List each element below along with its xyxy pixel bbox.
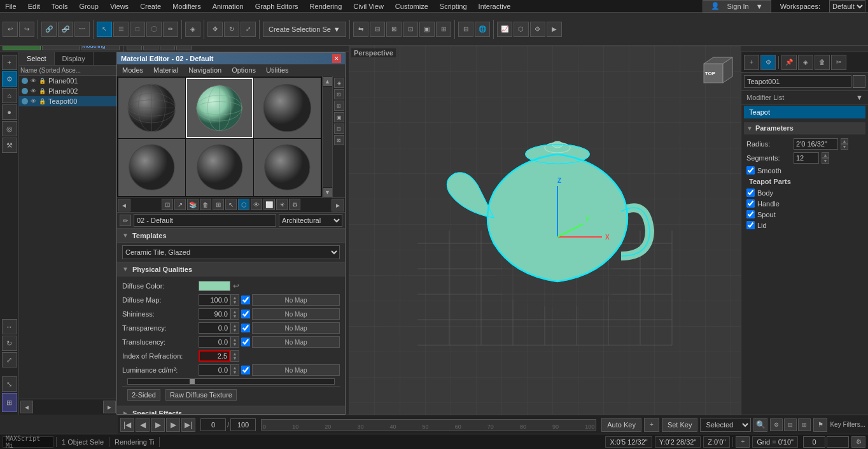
menu-tools[interactable]: Tools	[49, 3, 71, 10]
transparency-map-button[interactable]: No Map	[252, 322, 340, 334]
template-select[interactable]: Ceramic Tile, Glazed	[122, 245, 340, 259]
bind-to-space-warp[interactable]: 〰	[74, 22, 90, 37]
pin-btn[interactable]: 📌	[781, 55, 797, 70]
pick-material-btn[interactable]: ✏	[120, 215, 131, 226]
spinner-up[interactable]: ▲	[233, 324, 237, 328]
current-frame-input[interactable]	[200, 418, 226, 431]
preview-slot-2[interactable]	[186, 78, 253, 138]
put-to-scene-btn[interactable]: ↗	[174, 199, 186, 210]
spinner-down[interactable]: ▼	[233, 356, 237, 360]
backlight-btn[interactable]: ☀	[276, 199, 288, 210]
render-setup-button[interactable]: ⚙	[530, 22, 545, 37]
paint-select-button[interactable]: ✏	[163, 22, 178, 37]
radius-down[interactable]: ▼	[841, 144, 848, 150]
preview-slot-5[interactable]	[186, 139, 253, 197]
spinner-up[interactable]: ▲	[233, 310, 237, 314]
two-sided-button[interactable]: 2-Sided	[127, 389, 160, 401]
mat-rt-4[interactable]: ▣	[334, 112, 344, 122]
physical-qualities-header[interactable]: ▼ Physical Qualities	[117, 262, 345, 276]
remove-btn[interactable]: 🗑	[815, 55, 830, 70]
luminance-input[interactable]	[199, 364, 230, 376]
modify-panel-icon[interactable]: ⚙	[2, 71, 17, 87]
viewport-cube[interactable]: TOP	[691, 51, 736, 96]
list-item[interactable]: 👁 🔒 Plane001	[19, 76, 117, 86]
segments-down[interactable]: ▼	[822, 158, 829, 164]
menu-rendering[interactable]: Rendering	[307, 3, 345, 10]
get-material-btn[interactable]: ⊡	[162, 199, 173, 210]
spinner-status[interactable]: ⚙	[851, 436, 865, 448]
preview-slot-4[interactable]	[118, 139, 185, 197]
selected-dropdown[interactable]: Selected	[700, 418, 751, 432]
list-item[interactable]: 👁 🔒 Teapot00	[19, 96, 117, 106]
add-modifier-btn[interactable]: +	[744, 55, 759, 70]
segments-input[interactable]	[794, 152, 819, 164]
play-btn[interactable]: ▶	[151, 418, 165, 432]
display-panel-icon[interactable]: ◎	[2, 121, 17, 136]
place-highlight-button[interactable]: ⊡	[403, 22, 418, 37]
diffuse-map-button[interactable]: No Map	[252, 294, 340, 306]
menu-interactive[interactable]: Interactive	[476, 3, 514, 10]
translucency-spinner[interactable]: ▲ ▼	[230, 336, 239, 348]
shininess-input[interactable]	[199, 308, 230, 320]
display-tab[interactable]: Display	[55, 52, 94, 65]
select-by-material-btn[interactable]: ↖	[225, 199, 237, 210]
key-filters-label[interactable]: Key Filters...	[830, 421, 865, 428]
scroll-down-btn[interactable]: ▼	[323, 188, 332, 197]
material-effects-btn[interactable]: ⬡	[238, 199, 249, 210]
menu-material[interactable]: Material	[148, 64, 183, 76]
preview-slot-3[interactable]	[254, 78, 321, 138]
radius-up[interactable]: ▲	[841, 138, 848, 144]
material-type-select[interactable]: Architectural	[279, 214, 342, 227]
preview-slot-6[interactable]	[254, 139, 321, 197]
set-key-button[interactable]: Set Key	[662, 418, 698, 432]
prev-material-btn[interactable]: ◄	[118, 199, 130, 211]
radius-input[interactable]	[794, 138, 838, 150]
translucency-check[interactable]	[241, 338, 250, 346]
create-selection-set-button[interactable]: Create Selection Se ▼	[263, 22, 346, 37]
add-time-tag-status[interactable]: +	[736, 436, 750, 448]
show-map-btn[interactable]: 👁	[251, 199, 262, 210]
spinner-up[interactable]: ▲	[233, 338, 237, 342]
tl-tool-2[interactable]: ⊟	[784, 418, 797, 431]
workspace-select[interactable]: Default	[829, 0, 865, 13]
diffuse-color-undo[interactable]: ↩	[230, 280, 242, 292]
ior-spinner[interactable]: ▲ ▼	[230, 350, 239, 362]
search-button[interactable]: 🔍	[753, 418, 767, 432]
rotate-gizmo-icon[interactable]: ↻	[2, 336, 17, 351]
menu-animation[interactable]: Animation	[210, 3, 246, 10]
scroll-up-btn[interactable]: ▲	[323, 77, 332, 86]
menu-utilities[interactable]: Utilities	[261, 64, 293, 76]
tl-tool-3[interactable]: ⊞	[798, 418, 811, 431]
diffuse-map-spinner[interactable]: ▲ ▼	[230, 294, 239, 306]
zoom-region-icon[interactable]: ⊞	[2, 393, 17, 412]
normal-align-button[interactable]: ⊠	[386, 22, 402, 37]
radius-spinner[interactable]: ▲ ▼	[841, 138, 848, 150]
align-button[interactable]: ⊟	[370, 22, 385, 37]
menu-edit[interactable]: Edit	[25, 3, 43, 10]
spinner-down[interactable]: ▼	[233, 328, 237, 332]
select-tab[interactable]: Select	[19, 52, 55, 65]
mat-rt-2[interactable]: ⊡	[334, 89, 344, 99]
scale-button[interactable]: ⤢	[241, 22, 256, 37]
unlink-button[interactable]: 🔗	[58, 22, 73, 37]
diffuse-map-check[interactable]	[241, 296, 250, 304]
frame-input-status[interactable]	[803, 436, 825, 448]
menu-customize[interactable]: Customize	[393, 3, 431, 10]
go-to-end-btn[interactable]: ▶|	[181, 418, 195, 432]
timeline-track[interactable]: 0 10 20 30 40 50 60 70 80 90 100	[261, 419, 596, 431]
maxscript-mini[interactable]: MAXScript Mi	[3, 436, 53, 448]
shininess-spinner[interactable]: ▲ ▼	[230, 308, 239, 320]
diffuse-color-swatch[interactable]	[199, 281, 230, 291]
spinner-up[interactable]: ▲	[233, 296, 237, 300]
cut-btn[interactable]: ✂	[831, 55, 846, 70]
luminance-slider[interactable]	[127, 378, 335, 385]
mat-rt-3[interactable]: ⊞	[334, 101, 344, 111]
material-name-input[interactable]	[134, 214, 276, 227]
auto-key-button[interactable]: Auto Key	[601, 418, 641, 432]
mat-rt-1[interactable]: ◈	[334, 78, 344, 88]
preview-slot-1[interactable]	[118, 78, 185, 138]
diffuse-map-input[interactable]	[199, 294, 230, 306]
spinner-up[interactable]: ▲	[233, 366, 237, 370]
object-name-input[interactable]	[744, 75, 851, 88]
menu-scripting[interactable]: Scripting	[437, 3, 470, 10]
